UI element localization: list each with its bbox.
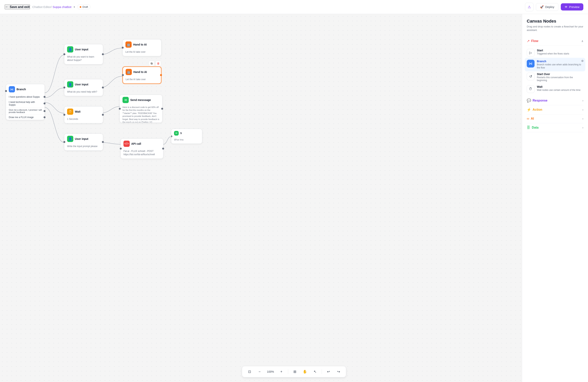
section-header-left: 💬 Response [527, 98, 547, 103]
copy-button[interactable]: ⧉ [149, 61, 154, 66]
node-title: Wait [75, 110, 81, 113]
section-header-left: ∞ AI [527, 117, 534, 121]
flow-item-wait[interactable]: ⏱ Wait Wait nodes use certain amount of … [527, 85, 583, 93]
send-message-2-node[interactable]: ✉ S ![Flux Ima [171, 129, 202, 144]
branch-settings-icon[interactable]: ⚙ [581, 59, 584, 63]
action-section-label: Action [533, 108, 542, 111]
node-header: </> API call [121, 139, 163, 149]
user-input-1-node[interactable]: 👤 User input What do you want to learn a… [64, 44, 103, 64]
user-input-2-icon: 👤 [67, 81, 73, 87]
response-section-header[interactable]: 💬 Response › [527, 96, 583, 105]
branch-port-right [43, 116, 45, 118]
node-port-left [120, 148, 122, 149]
flow-item-branch[interactable]: ⋈ Branch Branch nodes use when adds bran… [525, 58, 585, 71]
node-body: What do you want to learn about Suppa? [64, 54, 103, 64]
preview-icon: 👁 [565, 5, 567, 9]
node-body: What do you need help with? [64, 89, 103, 96]
node-port-right [161, 108, 163, 110]
wait-icon: ⏱ [67, 108, 73, 115]
node-body: 1 Seconds [64, 117, 103, 123]
flow-item-start[interactable]: ▷ Start Triggered when the flows starts [527, 49, 583, 57]
grid-button[interactable]: ⊞ [291, 368, 298, 375]
node-title: User input [75, 48, 88, 51]
node-title: Send messsage [130, 98, 151, 102]
flow-item-start-over[interactable]: ↺ Start Over Restarts this conversation … [527, 73, 583, 82]
connections-svg [0, 14, 522, 382]
node-body: Fal.ai - FLUX schnell - POST https://fal… [121, 149, 163, 159]
action-icon: ⚡ [527, 107, 531, 112]
user-input-3-node[interactable]: 👤 User input Write the input prompt plea… [64, 134, 103, 150]
preview-button[interactable]: 👁 Preview [561, 3, 583, 11]
hand-to-ai-top-node[interactable]: 🤖 Hand to AI Let the AI take over [123, 39, 161, 56]
delete-button[interactable]: 🗑 [156, 61, 161, 66]
ai-icon: ∞ [527, 117, 529, 121]
action-section-chevron-icon: › [582, 108, 583, 111]
canvas-toolbar: ⊡ − 100% + ⊞ ✋ ↖ ↩ ↪ [242, 366, 346, 377]
alert-button[interactable]: ⚠ [525, 3, 534, 11]
node-title: Hand to AI [133, 70, 147, 74]
cursor-button[interactable]: ↖ [312, 368, 318, 375]
hand-to-ai-selected-node[interactable]: ⧉ 🗑 🤖 Hand to AI Let the AI take over [123, 66, 161, 84]
node-port-right [102, 53, 104, 55]
node-port-left [122, 47, 124, 49]
ai-section-chevron-icon: › [582, 117, 583, 120]
node-header: 👤 User input [64, 79, 103, 89]
node-port-left [63, 86, 65, 88]
deploy-label: Deploy [545, 5, 554, 9]
api-call-node[interactable]: </> API call Fal.ai - FLUX schnell - POS… [121, 138, 163, 159]
send-message-icon: ✉ [123, 97, 129, 103]
node-body: Here is a discount code to get 60% off f… [120, 105, 162, 123]
node-port-right [102, 141, 104, 143]
branch-node-icon: ⋈ [527, 60, 535, 67]
back-button[interactable]: ← Save and exit [5, 4, 30, 9]
node-body: Write the input prompt please [64, 144, 103, 150]
breadcrumb-link[interactable]: Suppa chatbot [53, 5, 72, 9]
wait-node[interactable]: ⏱ Wait 1 Seconds [64, 106, 103, 123]
fit-button[interactable]: ⊡ [246, 368, 253, 375]
hand-to-ai-selected-icon: 🤖 [126, 69, 132, 75]
save-exit-label: Save and exit [10, 5, 30, 9]
user-input-2-node[interactable]: 👤 User input What do you need help with? [64, 79, 103, 96]
start-over-title: Start Over [537, 73, 583, 76]
node-port-left [5, 90, 7, 92]
api-call-icon: </> [124, 141, 130, 147]
action-section-header[interactable]: ⚡ Action › [527, 105, 583, 114]
section-header-left: 🗄 Data [527, 126, 539, 130]
zoom-out-button[interactable]: − [256, 368, 263, 375]
data-icon: 🗄 [527, 126, 530, 130]
canvas-nodes-sidebar: Canvas Nodes Drag and drop nodes to crea… [522, 14, 588, 382]
node-port-left [63, 114, 65, 116]
node-header: 🤖 Hand to AI [123, 40, 161, 50]
draft-badge: Draft [77, 4, 90, 9]
dropdown-chevron-icon[interactable]: ▾ [74, 6, 75, 8]
deploy-button[interactable]: 🚀 Deploy [536, 3, 558, 11]
back-arrow-icon: ← [5, 5, 9, 9]
branch-node[interactable]: ⋈ Branch I have questions about Suppa I … [6, 84, 45, 120]
flow-items: ▷ Start Triggered when the flows starts … [527, 46, 583, 96]
sidebar-title: Canvas Nodes [527, 19, 583, 24]
response-icon: 💬 [527, 98, 531, 103]
canvas-area[interactable]: 🤖 Hand to AI Let the AI take over ⧉ 🗑 🤖 … [0, 14, 522, 382]
node-header: 👤 User input [64, 44, 103, 54]
user-input-1-icon: 👤 [67, 46, 73, 53]
data-section-header[interactable]: 🗄 Data › [527, 123, 583, 132]
node-header: 🤖 Hand to AI [123, 67, 161, 77]
redo-button[interactable]: ↪ [335, 368, 342, 375]
ai-section-header[interactable]: ∞ AI › [527, 114, 583, 123]
response-section-label: Response [533, 99, 547, 102]
response-section-chevron-icon: › [582, 99, 583, 102]
branch-item: Give me a discount, I promise I will pro… [6, 107, 44, 115]
wait-title: Wait [537, 85, 580, 88]
undo-button[interactable]: ↩ [325, 368, 332, 375]
node-title: User input [75, 83, 88, 86]
flow-section-header[interactable]: ↗ Flow ∧ [527, 37, 583, 46]
node-port-left [122, 74, 124, 76]
hand-button[interactable]: ✋ [301, 368, 308, 375]
zoom-in-button[interactable]: + [278, 368, 285, 375]
draft-label: Draft [83, 5, 88, 8]
user-input-3-icon: 👤 [67, 136, 73, 142]
node-port-right [102, 86, 104, 88]
send-message-node[interactable]: ✉ Send messsage Here is a discount code … [120, 95, 162, 123]
branch-port-right [43, 110, 45, 112]
node-title: S [180, 132, 182, 135]
